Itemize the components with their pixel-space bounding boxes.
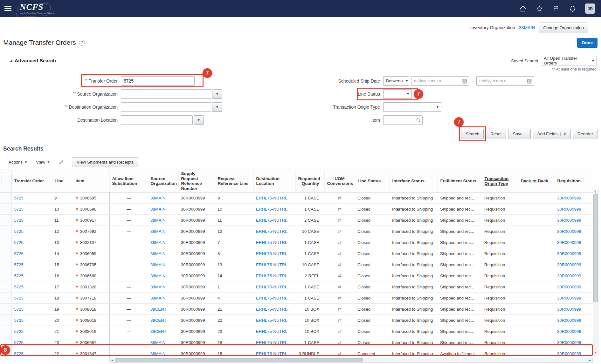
destination-organization-dropdown-button[interactable]: ▼ <box>212 102 222 112</box>
column-header[interactable]: Back-to-Back <box>518 170 555 192</box>
collapse-triangle-icon[interactable] <box>10 59 12 62</box>
cell-link[interactable]: 5725 <box>14 196 24 200</box>
cell-link[interactable]: 38MAIN <box>150 340 166 345</box>
table-row[interactable]: 572517⚑3001328—38MAIN30R00009991ERHL75-N… <box>0 281 593 293</box>
table-cell[interactable]: ERHL75-NUTRI... <box>253 337 295 348</box>
saved-search-select[interactable]: All Open Transfer Orders ▼ <box>541 56 597 65</box>
table-cell[interactable]: 30R0000999 <box>555 270 593 281</box>
table-cell[interactable]: ⇄ <box>324 337 355 348</box>
cell-link[interactable]: ERHL75-NUTRI... <box>256 318 290 323</box>
table-cell[interactable]: 5725 <box>11 326 52 337</box>
save-button[interactable]: Save... <box>508 129 530 139</box>
row-selector[interactable] <box>0 215 11 226</box>
cell-link[interactable]: 38CENT <box>150 329 167 334</box>
cell-link[interactable]: ERHL75-NUTRI... <box>256 262 290 267</box>
table-cell[interactable]: ⇄ <box>324 215 355 226</box>
cell-link[interactable]: 38MAIN <box>150 251 166 256</box>
notifications-bell-icon[interactable] <box>569 5 576 12</box>
table-cell[interactable]: ERHL75-NUTRI... <box>253 270 295 281</box>
horizontal-scrollbar-thumb[interactable] <box>115 358 363 362</box>
row-selector[interactable] <box>0 248 11 259</box>
table-cell[interactable]: ERHL75-NUTRI... <box>253 248 295 259</box>
table-row[interactable]: 572511⚑3000917—38MAIN30R000099911ERHL75-… <box>0 215 593 226</box>
table-cell[interactable]: 30R0000999 <box>555 204 593 215</box>
table-cell[interactable]: 5725 <box>11 237 52 248</box>
cell-link[interactable]: 5725 <box>14 318 24 323</box>
table-cell[interactable]: 38MAIN <box>148 337 178 348</box>
table-cell[interactable]: ⇄ <box>324 315 355 326</box>
cell-link[interactable]: 38MAIN <box>150 273 166 278</box>
cell-link[interactable]: 38MAIN <box>150 218 166 223</box>
table-cell[interactable]: 38MAIN <box>148 215 178 226</box>
cell-link[interactable]: ERHL75-NUTRI... <box>256 273 290 278</box>
transfer-order-input[interactable] <box>121 76 195 86</box>
table-cell[interactable]: 5725 <box>11 337 52 348</box>
cell-link[interactable]: 30R0000999 <box>557 318 581 323</box>
table-cell[interactable]: 38MAIN <box>148 192 178 204</box>
cell-link[interactable]: 30R0000999 <box>557 207 581 212</box>
table-cell[interactable]: 5725 <box>11 248 52 259</box>
cell-link[interactable]: 5725 <box>14 207 24 212</box>
cell-link[interactable]: 38MAIN <box>150 229 166 234</box>
table-cell[interactable]: ERHL75-NUTRI... <box>253 304 295 315</box>
table-cell[interactable]: 38MAIN <box>148 270 178 281</box>
table-cell[interactable]: ⇄ <box>324 281 355 293</box>
line-status-select[interactable]: ▼ <box>383 89 412 99</box>
source-organization-dropdown-button[interactable]: ▼ <box>212 89 222 99</box>
uom-conversion-icon[interactable]: ⇄ <box>338 329 342 334</box>
help-icon[interactable]: ? <box>79 40 85 46</box>
table-row[interactable]: 572516⚑3006688—38MAIN30R000099914ERHL75-… <box>0 270 593 281</box>
cell-link[interactable]: 30R0000999 <box>557 340 581 345</box>
table-cell[interactable]: 30R0000999 <box>555 192 593 204</box>
table-cell[interactable]: 5725 <box>11 204 52 215</box>
table-cell[interactable]: 38CENT <box>148 326 178 337</box>
table-row[interactable]: 572515⚑3006705—38MAIN30R000099913ERHL75-… <box>0 259 593 270</box>
cell-link[interactable]: 5725 <box>14 329 24 334</box>
table-cell[interactable]: ERHL75-NUTRI... <box>253 192 295 204</box>
table-cell[interactable]: 38MAIN <box>148 281 178 293</box>
cell-link[interactable]: 30R0000999 <box>557 351 581 356</box>
favorites-star-icon[interactable] <box>535 5 543 12</box>
vertical-scrollbar-thumb[interactable] <box>593 194 598 302</box>
uom-conversion-icon[interactable]: ⇄ <box>338 262 342 267</box>
table-cell[interactable]: 30R0000999 <box>555 237 593 248</box>
destination-location-dropdown-button[interactable]: ▼ <box>194 115 204 125</box>
table-cell[interactable]: ⇄ <box>324 204 355 215</box>
cell-link[interactable]: ERHL75-NUTRI... <box>256 340 290 345</box>
table-cell[interactable]: ⇄ <box>324 326 355 337</box>
cell-link[interactable]: ERHL75-NUTRI... <box>256 207 290 212</box>
cell-link[interactable]: 5725 <box>14 262 24 267</box>
calendar-icon[interactable] <box>527 78 532 85</box>
table-cell[interactable]: ⇄ <box>324 192 355 204</box>
table-cell[interactable]: ERHL75-NUTRI... <box>253 237 295 248</box>
column-header[interactable]: Fulfillment Status <box>438 170 482 192</box>
table-cell[interactable]: ⇄ <box>324 226 355 237</box>
cell-link[interactable]: 38CENT <box>150 307 167 312</box>
table-row[interactable]: 572520⚑3008018—38CENT30R000099922ERHL75-… <box>0 315 593 326</box>
table-cell[interactable]: ⇄ <box>324 237 355 248</box>
table-cell[interactable]: 30R0000999 <box>555 293 593 304</box>
cell-link[interactable]: 5725 <box>14 307 24 312</box>
row-selector[interactable] <box>0 270 11 281</box>
row-selector[interactable] <box>0 348 11 359</box>
table-cell[interactable]: 30R0000999 <box>555 248 593 259</box>
table-cell[interactable]: ERHL75-NUTRI... <box>253 226 295 237</box>
scroll-right-icon[interactable]: ▶ <box>587 358 592 362</box>
organization-link[interactable]: 38MAIN <box>519 25 535 30</box>
cell-link[interactable]: 30R0000999 <box>557 229 581 234</box>
table-row[interactable]: 572513⚑3002137—38MAIN30R00009997ERHL75-N… <box>0 237 593 248</box>
row-selector[interactable] <box>0 226 11 237</box>
column-header[interactable]: Allow Item Substitution <box>109 170 148 192</box>
cell-link[interactable]: ERHL75-NUTRI... <box>256 240 290 245</box>
table-cell[interactable]: 30R0000999 <box>555 259 593 270</box>
edit-pencil-icon[interactable] <box>59 159 64 165</box>
table-row[interactable]: 572521⚑3008019—38CENT30R000099923ERHL75-… <box>0 326 593 337</box>
cell-link[interactable]: 5725 <box>14 240 24 245</box>
cell-link[interactable]: 38MAIN <box>150 196 166 200</box>
column-header[interactable]: Requested Quantity <box>295 170 324 192</box>
row-selector[interactable] <box>0 293 11 304</box>
table-cell[interactable]: 30R0000999 <box>555 315 593 326</box>
row-selector[interactable] <box>0 337 11 348</box>
table-row[interactable]: 572512⚑3007692—38MAIN30R000099912ERHL75-… <box>0 226 593 237</box>
search-button[interactable]: Search <box>461 129 484 139</box>
